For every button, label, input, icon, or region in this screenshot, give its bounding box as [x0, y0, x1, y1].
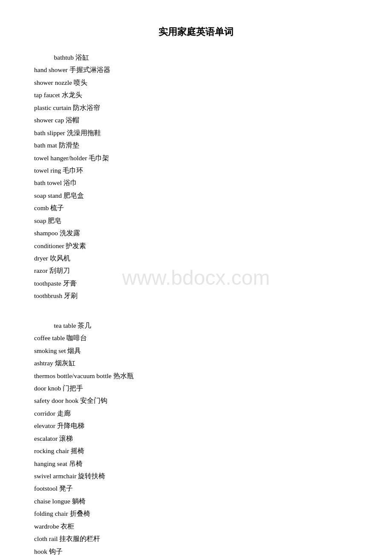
section-living: tea table 茶几coffee table 咖啡台smoking set … — [34, 319, 358, 555]
list-item: conditioner 护发素 — [34, 240, 358, 252]
list-item: toothbrush 牙刷 — [34, 289, 358, 302]
list-item: bath towel 浴巾 — [34, 176, 358, 189]
list-item: shower cap 浴帽 — [34, 114, 358, 126]
list-item: dryer 吹风机 — [34, 252, 358, 264]
list-item: bath slipper 洗澡用拖鞋 — [34, 127, 358, 139]
list-item: swivel armchair 旋转扶椅 — [34, 470, 358, 482]
list-item: comb 梳子 — [34, 202, 358, 214]
list-item: safety door hook 安全门钩 — [34, 394, 358, 407]
list-item: hand shower 手握式淋浴器 — [34, 64, 358, 76]
list-item: bath mat 防滑垫 — [34, 139, 358, 151]
list-item: coffee table 咖啡台 — [34, 332, 358, 344]
list-item: shower nozzle 喷头 — [34, 76, 358, 89]
list-item: bathtub 浴缸 — [34, 51, 358, 64]
list-item: toothpaste 牙膏 — [34, 277, 358, 289]
list-item: towel hanger/holder 毛巾架 — [34, 152, 358, 164]
list-item: chaise longue 躺椅 — [34, 495, 358, 507]
list-item: tap faucet 水龙头 — [34, 89, 358, 101]
list-item: elevator 升降电梯 — [34, 419, 358, 432]
list-item: folding chair 折叠椅 — [34, 507, 358, 520]
list-item: razor 刮胡刀 — [34, 264, 358, 277]
list-item: smoking set 烟具 — [34, 344, 358, 357]
list-item: cloth rail 挂衣服的栏杆 — [34, 532, 358, 545]
list-item: hook 钩子 — [34, 545, 358, 555]
list-item: hanging seat 吊椅 — [34, 457, 358, 470]
list-item: footstool 凳子 — [34, 482, 358, 494]
list-item: corridor 走廊 — [34, 407, 358, 419]
list-item: wardrobe 衣柜 — [34, 520, 358, 532]
list-item: ashtray 烟灰缸 — [34, 357, 358, 369]
list-item: plastic curtain 防水浴帘 — [34, 101, 358, 114]
page-title: 实用家庭英语单词 — [34, 26, 358, 38]
list-item: door knob 门把手 — [34, 382, 358, 394]
list-item: rocking chair 摇椅 — [34, 445, 358, 457]
list-item: shampoo 洗发露 — [34, 227, 358, 239]
list-item: escalator 滚梯 — [34, 432, 358, 445]
list-item: towel ring 毛巾环 — [34, 164, 358, 176]
list-item: soap 肥皂 — [34, 214, 358, 227]
section-bathroom: bathtub 浴缸hand shower 手握式淋浴器shower nozzl… — [34, 51, 358, 302]
list-item: soap stand 肥皂盒 — [34, 189, 358, 202]
list-item: tea table 茶几 — [34, 319, 358, 332]
list-item: thermos bottle/vacuum bottle 热水瓶 — [34, 370, 358, 382]
